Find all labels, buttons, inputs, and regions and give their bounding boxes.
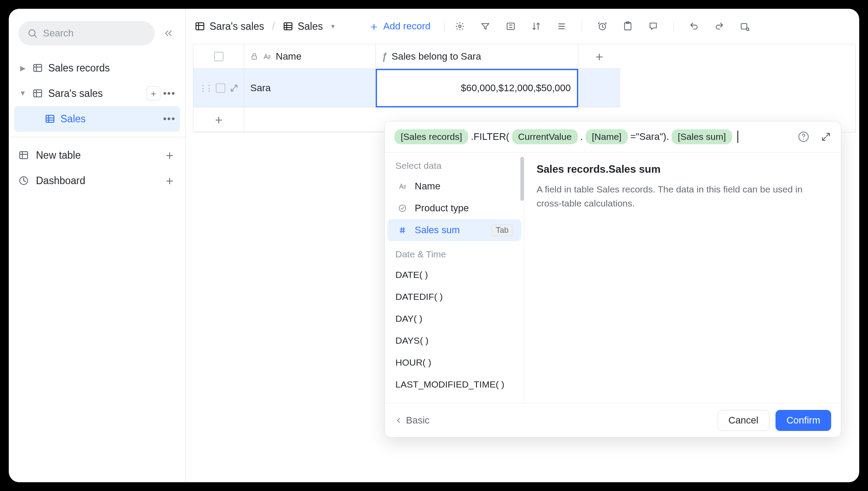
svg-line-42 [403,227,404,233]
svg-rect-36 [252,56,257,59]
chevron-down-icon[interactable]: ▼ [330,23,336,30]
add-column-button[interactable]: ＋ [578,44,620,69]
help-icon[interactable] [798,131,809,142]
breadcrumb-view[interactable]: Sales [298,21,323,32]
nav-label: New table [36,149,157,161]
sort-icon[interactable] [531,21,541,32]
cancel-button[interactable]: Cancel [718,410,769,431]
table-area: Name ƒ Sales belong to Sara ＋ ⋮⋮ [186,44,859,132]
function-item[interactable]: HOUR( ) [385,352,524,374]
toolbar: Sara's sales / Sales ▼ ＋ Add record [186,9,859,44]
sidebar-item-saras-sales[interactable]: ▼ Sara's sales ＋ ••• [14,81,180,106]
reminder-icon[interactable] [597,21,608,32]
expand-icon[interactable] [821,132,831,142]
suggestion-label: Product type [415,203,469,214]
more-options-icon[interactable]: ••• [163,113,176,125]
caret-right-icon: ▶ [18,64,27,72]
text-field-icon [263,52,271,61]
add-record-label: Add record [383,21,430,32]
suggestion-item-name[interactable]: Name [388,175,521,197]
drag-handle-icon[interactable]: ⋮⋮ [199,83,211,93]
sidebar-item-label: Sales records [48,62,176,74]
more-options-icon[interactable]: ••• [163,88,176,99]
cell-value: $60,000,$12,000,$50,000 [461,82,571,94]
plus-icon: ＋ [368,19,380,34]
row-height-icon[interactable] [556,21,567,32]
svg-point-38 [399,205,406,212]
filter-icon[interactable] [480,21,491,32]
formula-text: .FILTER( [471,131,509,142]
column-header-formula[interactable]: ƒ Sales belong to Sara [376,44,578,69]
checkbox[interactable] [216,83,225,93]
redo-icon[interactable] [714,21,725,32]
function-item[interactable]: LAST_MODIFIED_TIME( ) [385,374,524,395]
svg-rect-16 [196,23,204,30]
nav-label: Dashboard [36,175,157,187]
formula-chip: [Name] [586,129,628,144]
formula-chip: [Sales records] [395,129,468,144]
cell-name[interactable]: Sara [244,69,376,107]
plus-icon: ＋ [164,172,176,189]
basic-label: Basic [406,415,430,426]
undo-icon[interactable] [689,21,699,32]
svg-rect-33 [741,24,747,29]
cell-formula-result[interactable]: $60,000,$12,000,$50,000 [376,69,578,107]
plus-icon: ＋ [593,48,605,65]
add-record-button[interactable]: ＋ Add record [368,19,430,34]
select-field-icon [398,204,409,213]
function-item[interactable]: DATE( ) [385,264,524,286]
chevron-left-icon [395,416,402,424]
breadcrumb-table[interactable]: Sara's sales [210,21,264,32]
cell-value: Sara [250,82,270,94]
basic-mode-button[interactable]: Basic [395,415,430,426]
sidebar-item-label: Sara's sales [48,88,142,100]
svg-line-35 [748,30,749,31]
row-index-cell[interactable]: ⋮⋮ [193,69,244,107]
confirm-button[interactable]: Confirm [776,410,831,431]
svg-rect-19 [284,23,292,30]
function-item[interactable]: DAY( ) [385,308,524,330]
sidebar-view-label: Sales [60,113,159,125]
search-placeholder: Search [43,28,74,39]
breadcrumb: Sara's sales / Sales ▼ [195,21,336,32]
function-item[interactable]: DAYS( ) [385,330,524,352]
suggestion-label: Sales sum [415,224,460,236]
grid-view-icon [44,114,56,124]
add-view-button[interactable]: ＋ [146,86,160,100]
collapse-sidebar-button[interactable] [161,26,176,41]
settings-icon[interactable] [455,21,465,32]
grid-view-icon [283,21,293,32]
group-icon[interactable] [505,21,516,32]
svg-rect-5 [34,90,42,97]
select-all-cell[interactable] [193,44,244,69]
caret-down-icon: ▼ [18,89,27,97]
function-item[interactable]: DATEDIF( ) [385,286,524,308]
text-cursor [737,131,738,143]
column-header-name[interactable]: Name [244,44,376,69]
column-label: Sales belong to Sara [391,51,481,62]
comment-icon[interactable] [648,21,658,32]
suggestions-panel: Select data Name Product type [385,153,524,403]
find-icon[interactable] [740,21,750,32]
doc-body: A field in table Sales records. The data… [537,182,829,210]
svg-line-1 [35,36,37,38]
suggestion-item-product-type[interactable]: Product type [388,197,521,219]
scrollbar[interactable] [520,157,524,201]
new-table-button[interactable]: New table ＋ [14,142,180,168]
dashboard-button[interactable]: Dashboard ＋ [14,168,180,193]
sidebar-item-sales-records[interactable]: ▶ Sales records [14,55,180,81]
suggestion-item-sales-sum[interactable]: Sales sum Tab [388,219,521,241]
sidebar-view-sales[interactable]: Sales ••• [14,106,180,132]
table-icon [32,63,44,73]
formula-input[interactable]: [Sales records] .FILTER( CurrentValue . … [385,121,841,152]
attachment-icon[interactable] [623,21,633,32]
search-icon [27,28,38,39]
expand-record-icon[interactable] [230,84,238,93]
lock-icon [250,53,258,60]
add-row-button[interactable]: ＋ [193,107,244,132]
search-input[interactable]: Search [18,21,155,46]
formula-icon: ƒ [382,51,387,62]
checkbox[interactable] [214,52,224,61]
documentation-panel: Sales records.Sales sum A field in table… [524,153,841,403]
section-label: Select data [385,153,524,175]
